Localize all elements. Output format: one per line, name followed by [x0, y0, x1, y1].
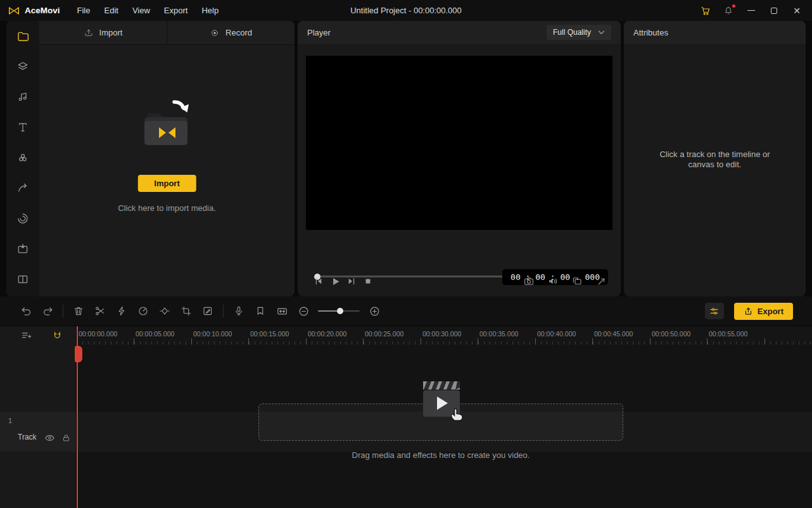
sidebar-item-audio[interactable]: [6, 82, 39, 112]
speed-button[interactable]: [132, 302, 154, 320]
titlebar-controls: ✕: [699, 4, 812, 17]
import-button[interactable]: Import: [137, 175, 196, 192]
acemovi-logo-icon: [8, 6, 20, 16]
ruler-label: 00:00:05.000: [136, 330, 174, 338]
timeline-ruler[interactable]: 00:00:00.000 00:00:05.000 00:00:10.000 0…: [77, 326, 812, 345]
undo-button[interactable]: [15, 302, 37, 320]
delete-button[interactable]: [68, 302, 89, 320]
text-icon: [16, 121, 29, 134]
edit-button[interactable]: [197, 302, 219, 320]
transitions-icon: [16, 151, 29, 164]
play-button[interactable]: [327, 273, 343, 289]
sidebar-item-elements[interactable]: [6, 51, 39, 82]
app-window: AceMovi File Edit View Export Help Untit…: [0, 0, 812, 508]
player-panel: Player Full Quality 00 : 00 : 00 . 000: [298, 21, 621, 296]
track-visibility-eye-icon[interactable]: [43, 431, 56, 444]
zoom-slider[interactable]: [318, 310, 360, 312]
snap-magnet-button[interactable]: [49, 328, 65, 343]
titlebar: AceMovi File Edit View Export Help Untit…: [0, 0, 812, 21]
ruler-label: 00:00:45.000: [594, 330, 633, 338]
minimize-button[interactable]: [745, 4, 758, 17]
track-header-cell[interactable]: 1 Track: [0, 412, 76, 452]
sidebar-item-effects[interactable]: [6, 173, 39, 203]
menu-file[interactable]: File: [70, 3, 98, 18]
app-name: AceMovi: [25, 6, 60, 15]
ruler-label: 00:00:15.000: [250, 330, 289, 338]
music-note-icon: [16, 91, 29, 103]
timeline-tracks-area[interactable]: Drag media and effects here to create yo…: [77, 345, 812, 508]
menu-view[interactable]: View: [125, 3, 157, 18]
attributes-title: Attributes: [633, 28, 668, 37]
tab-import[interactable]: Import: [39, 21, 167, 44]
quality-selector[interactable]: Full Quality: [547, 25, 611, 40]
player-controls: [310, 272, 609, 291]
notification-dot: [732, 4, 735, 8]
zoom-out-button[interactable]: [293, 302, 314, 320]
attributes-panel: Attributes Click a track on the timeline…: [624, 21, 806, 296]
redo-button[interactable]: [37, 302, 58, 320]
sidebar-item-media[interactable]: [6, 21, 39, 51]
add-track-button[interactable]: [18, 328, 35, 343]
playhead-grip[interactable]: [75, 346, 82, 362]
media-body: Import Click here to import media.: [39, 45, 295, 296]
import-folder-icon[interactable]: [140, 98, 194, 156]
crop-button[interactable]: [175, 302, 197, 320]
next-frame-button[interactable]: [343, 273, 360, 289]
media-panel: Import Record: [6, 21, 295, 296]
export-label: Export: [758, 307, 783, 316]
menubar: File Edit View Export Help: [70, 3, 226, 18]
zoom-slider-knob[interactable]: [337, 308, 343, 314]
adjust-sliders-button[interactable]: [705, 303, 724, 319]
compare-view-icon[interactable]: [569, 273, 585, 289]
track-lock-icon[interactable]: [60, 431, 72, 444]
fullscreen-icon[interactable]: [593, 273, 609, 289]
project-title: Untitled Project - 00:00:00.000: [350, 6, 462, 15]
export-button[interactable]: Export: [734, 303, 793, 320]
sidebar-item-split-screen[interactable]: [6, 264, 39, 295]
track-number: 1: [8, 417, 12, 424]
close-button[interactable]: ✕: [790, 4, 803, 17]
tab-record[interactable]: Record: [167, 21, 295, 44]
ruler-label: 00:00:35.000: [479, 330, 518, 338]
maximize-button[interactable]: [768, 4, 780, 17]
chevron-down-icon: [598, 30, 605, 35]
split-bolt-button[interactable]: [111, 302, 132, 320]
sidebar-item-text[interactable]: [6, 112, 39, 143]
ruler-label: 00:00:40.000: [537, 330, 576, 338]
ruler-label: 00:00:50.000: [652, 330, 690, 338]
insert-media-icon: [16, 243, 29, 255]
split-screen-icon: [16, 273, 29, 286]
volume-icon[interactable]: [545, 273, 561, 289]
tab-record-label: Record: [225, 28, 252, 37]
toolbar-divider: [223, 305, 224, 317]
store-cart-icon[interactable]: [699, 4, 712, 17]
marker-button[interactable]: [250, 302, 271, 320]
attributes-hint: Click a track on the timeline or canvas …: [624, 149, 806, 170]
keyframe-button[interactable]: [154, 302, 175, 320]
fit-timeline-button[interactable]: [271, 302, 293, 320]
snapshot-camera-icon[interactable]: [521, 273, 537, 289]
effects-arrow-icon: [16, 182, 29, 194]
ruler-label: 00:00:10.000: [193, 330, 232, 338]
zoom-in-button[interactable]: [364, 302, 385, 320]
sidebar-item-filters[interactable]: [6, 203, 39, 234]
player-title: Player: [307, 28, 331, 37]
menu-help[interactable]: Help: [194, 3, 225, 18]
menu-export[interactable]: Export: [157, 3, 195, 18]
media-tabs: Import Record: [39, 21, 295, 45]
video-preview[interactable]: [306, 56, 612, 230]
layers-icon: [16, 60, 29, 73]
cut-scissors-button[interactable]: [89, 302, 111, 320]
edit-toolbar: Export: [0, 296, 812, 326]
player-tools: [521, 273, 609, 289]
previous-frame-button[interactable]: [310, 273, 327, 289]
sidebar-item-transitions[interactable]: [6, 143, 39, 173]
import-tray-icon: [84, 28, 94, 38]
timeline: 1 Track 00:00:00.000 00:00:05.000 00:00:…: [0, 326, 812, 508]
sidebar-item-animations[interactable]: [6, 234, 39, 264]
stop-button[interactable]: [360, 273, 376, 289]
notifications-bell-icon[interactable]: [722, 4, 735, 17]
player-header: Player Full Quality: [298, 21, 621, 44]
voiceover-mic-button[interactable]: [228, 302, 250, 320]
menu-edit[interactable]: Edit: [97, 3, 125, 18]
